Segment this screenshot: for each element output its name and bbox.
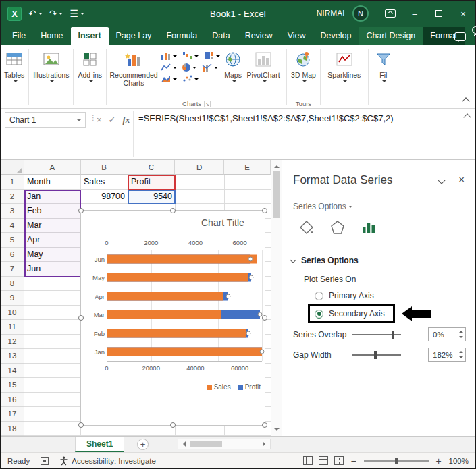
undo-dropdown-icon[interactable] [38,13,43,17]
row-header-13[interactable]: 13 [1,349,24,364]
cell-A11[interactable] [24,320,81,335]
column-header-D[interactable]: D [175,160,224,175]
row-header-3[interactable]: 3 [1,204,24,219]
series-point-handle-icon[interactable] [257,312,262,317]
scroll-left-icon[interactable] [180,441,186,447]
column-header-A[interactable]: A [24,160,81,175]
tab-develop[interactable]: Develop [313,27,359,45]
row-header-1[interactable]: 1 [1,175,24,190]
chart[interactable]: Chart Title 0200040006000 JunMayAprMarFe… [80,210,265,426]
excel-logo-icon[interactable]: X [7,7,22,21]
cell-A18[interactable] [24,422,81,437]
formula-input[interactable]: =SERIES(Sheet1!$C$1,Sheet1!$A$2:$A$7,She… [138,113,458,124]
new-sheet-button[interactable]: + [137,439,149,450]
chart-handle-icon[interactable] [170,208,176,213]
undo-button[interactable]: ↶ [28,8,43,19]
row-header-14[interactable]: 14 [1,364,24,379]
series-point-handle-icon[interactable] [246,331,251,335]
row-header-12[interactable]: 12 [1,335,24,350]
vertical-scroll-thumb[interactable] [273,171,280,218]
vertical-scrollbar[interactable] [271,160,282,436]
chart-bar-sales-apr[interactable] [107,292,223,300]
tab-view[interactable]: View [280,27,313,45]
chart-bar-sales-mar[interactable] [107,310,221,319]
row-header-8[interactable]: 8 [1,277,24,292]
row-header-17[interactable]: 17 [1,407,24,422]
column-header-B[interactable]: B [81,160,128,175]
row-header-18[interactable]: 18 [1,422,24,437]
horizontal-scroll-thumb[interactable] [190,441,222,447]
chart-handle-icon[interactable] [78,315,84,321]
cell-B2[interactable]: 98700 [81,190,128,204]
tell-me-button[interactable]: Tell me [465,18,476,45]
chart-handle-icon[interactable] [262,208,267,213]
scroll-down-icon[interactable] [274,428,280,433]
tab-chart-design[interactable]: Chart Design [359,27,423,45]
user-avatar[interactable]: N [352,5,369,22]
cell-A14[interactable] [24,364,81,379]
tables-button[interactable]: Tables [3,47,26,85]
area-chart-button[interactable] [161,74,177,83]
gap-width-slider[interactable] [352,350,401,360]
cell-A15[interactable] [24,378,81,393]
row-header-9[interactable]: 9 [1,291,24,306]
chart-bar-sales-may[interactable] [107,273,248,282]
zoom-slider-knob[interactable] [395,458,398,464]
primary-axis-radio[interactable]: Primary Axis [315,291,374,300]
chart-bar-sales-jan[interactable] [107,348,262,356]
gap-width-input[interactable]: 182% [428,348,466,362]
comments-icon[interactable] [454,32,466,41]
chart-handle-icon[interactable] [262,422,267,428]
row-header-11[interactable]: 11 [1,320,24,335]
normal-view-icon[interactable] [303,456,313,465]
minimize-button[interactable]: – [402,1,427,26]
spin-down-icon[interactable] [456,335,465,341]
charts-dialog-launcher-icon[interactable]: ↘ [204,101,211,107]
illustrations-button[interactable]: Illustrations [32,47,70,85]
maps-button[interactable]: Maps [223,47,243,85]
name-box-dropdown-icon[interactable] [77,119,81,123]
maximize-button[interactable] [427,1,451,26]
column-header-C[interactable]: C [128,160,176,175]
hierarchy-chart-button[interactable] [204,51,220,60]
cell-E2[interactable] [225,190,271,204]
cell-A12[interactable] [24,335,81,350]
chart-handle-icon[interactable] [170,422,176,428]
zoom-in-button[interactable]: + [435,456,443,466]
column-chart-button[interactable] [161,51,177,60]
redo-dropdown-icon[interactable] [59,13,63,17]
tab-file[interactable]: File [5,27,33,45]
cell-A9[interactable] [24,291,81,306]
chart-legend[interactable]: SalesProfit [207,383,261,391]
pane-chevron-down-icon[interactable] [438,176,445,184]
chart-bar-sales-feb[interactable] [107,329,246,337]
pivotchart-button[interactable]: PivotChart [243,47,284,85]
zoom-level[interactable]: 100% [449,457,469,465]
tab-home[interactable]: Home [33,27,70,45]
pie-chart-button[interactable] [182,63,196,72]
cancel-formula-icon[interactable]: × [97,115,102,125]
fill-line-tab-icon[interactable] [298,219,315,238]
series-overlap-input[interactable]: 0% [428,327,466,341]
recommended-charts-button[interactable]: Recommended Charts [109,47,158,89]
tab-review[interactable]: Review [238,27,280,45]
macro-record-icon[interactable] [41,457,49,465]
chart-handle-icon[interactable] [78,208,84,213]
series-point-handle-icon[interactable] [260,350,265,354]
scroll-up-icon[interactable] [274,163,280,168]
cell-A17[interactable] [24,407,81,422]
zoom-out-button[interactable]: − [350,456,358,466]
spin-up-icon[interactable] [456,348,465,355]
chart-handle-icon[interactable] [262,315,267,321]
cell-B1[interactable]: Sales [81,175,128,190]
scatter-chart-button[interactable] [182,74,199,83]
insert-function-icon[interactable]: fx [123,115,130,126]
series-options-tab-icon[interactable] [361,219,377,238]
horizontal-scrollbar[interactable] [178,439,271,449]
legend-item-profit[interactable]: Profit [238,383,261,391]
row-header-10[interactable]: 10 [1,306,24,321]
series-point-handle-icon[interactable] [226,294,231,298]
sparklines-button[interactable]: Sparklines [323,47,365,85]
cell-A13[interactable] [24,349,81,364]
scroll-right-icon[interactable] [263,441,268,447]
